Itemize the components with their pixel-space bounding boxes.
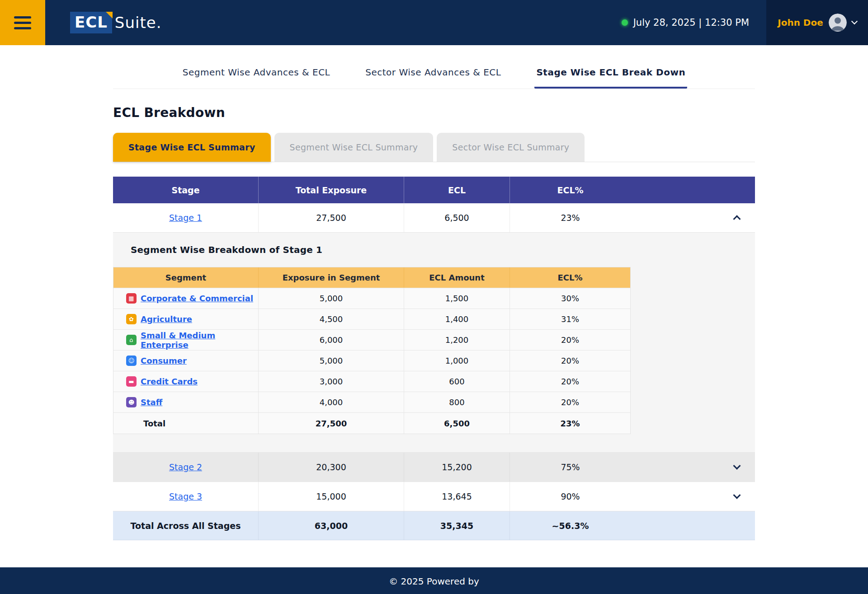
tab-segment-wise-advances[interactable]: Segment Wise Advances & ECL (181, 67, 332, 89)
stage-table-header: Stage Total Exposure ECL ECL% (113, 177, 755, 203)
stage-2-exposure: 20,300 (259, 453, 404, 482)
segment-ecl: 600 (404, 371, 510, 392)
segment-link-sme[interactable]: Small & Medium Enterprise (141, 331, 258, 350)
stage-2-ecl: 15,200 (404, 453, 510, 482)
segment-exposure: 5,000 (259, 351, 404, 371)
table-row-stage-3: Stage 3 15,000 13,645 90% (113, 482, 755, 511)
segment-link-consumer[interactable]: Consumer (141, 356, 187, 365)
col-header-ecl-amount: ECL Amount (404, 267, 510, 288)
top-header: ECL Suite. July 28, 2025 | 12:30 PM John… (0, 0, 868, 45)
segment-link-corporate-commercial[interactable]: Corporate & Commercial (141, 294, 253, 303)
tab-stage-wise-ecl-breakdown[interactable]: Stage Wise ECL Break Down (534, 67, 687, 89)
logo-ecl-badge: ECL (70, 12, 112, 33)
stage-1-exposure: 27,500 (259, 203, 404, 232)
stage-ecl-table: Stage Total Exposure ECL ECL% Stage 1 27… (113, 177, 755, 540)
stage-2-link[interactable]: Stage 2 (169, 462, 202, 472)
col-header-segment-ecl-pct: ECL% (510, 267, 630, 288)
segment-total-ecl: 6,500 (404, 413, 510, 434)
col-header-total-exposure: Total Exposure (259, 177, 404, 203)
sub-tab-bar: Stage Wise ECL Summary Segment Wise ECL … (113, 133, 755, 162)
user-menu[interactable]: John Doe (766, 0, 868, 45)
segment-exposure: 6,000 (259, 330, 404, 350)
segment-ecl-pct: 20% (510, 392, 630, 412)
stage-3-expand-chevron-down-icon[interactable] (733, 491, 741, 499)
stage-3-ecl-pct: 90% (510, 482, 631, 511)
col-header-stage: Stage (113, 177, 259, 203)
subtab-segment-wise-summary[interactable]: Segment Wise ECL Summary (274, 133, 434, 162)
staff-icon: ☻ (126, 397, 137, 407)
table-row-stage-2: Stage 2 20,300 15,200 75% (113, 453, 755, 482)
segment-ecl: 1,000 (404, 351, 510, 371)
segment-row-staff: ☻ Staff 4,000 800 20% (113, 392, 630, 412)
subtab-stage-wise-summary[interactable]: Stage Wise ECL Summary (113, 133, 271, 162)
grand-total-label: Total Across All Stages (113, 511, 259, 540)
plant-icon: ✿ (126, 314, 137, 324)
segment-ecl-pct: 30% (510, 288, 630, 309)
stage-2-ecl-pct: 75% (510, 453, 631, 482)
grand-total-ecl: 35,345 (404, 511, 510, 540)
header-spacer (161, 0, 621, 45)
page-footer: © 2025 Powered by (0, 567, 868, 594)
table-row-stage-1: Stage 1 27,500 6,500 23% (113, 203, 755, 233)
stage-2-expand-chevron-down-icon[interactable] (733, 462, 741, 470)
segment-total-exposure: 27,500 (259, 413, 404, 434)
app-root: ECL Suite. July 28, 2025 | 12:30 PM John… (0, 0, 868, 594)
segment-ecl: 1,400 (404, 309, 510, 329)
page-title: ECL Breakdown (113, 105, 755, 120)
avatar (829, 14, 847, 32)
segment-exposure: 4,500 (259, 309, 404, 329)
subtab-sector-wise-summary[interactable]: Sector Wise ECL Summary (437, 133, 585, 162)
main-tab-bar: Segment Wise Advances & ECL Sector Wise … (113, 45, 755, 89)
user-name: John Doe (778, 17, 823, 28)
hamburger-menu-button[interactable] (0, 0, 45, 45)
segment-ecl: 800 (404, 392, 510, 412)
footer-text: © 2025 Powered by (389, 576, 479, 587)
segment-ecl-pct: 20% (510, 371, 630, 392)
segment-link-credit-cards[interactable]: Credit Cards (141, 377, 198, 386)
breakdown-title: Segment Wise Breakdown of Stage 1 (113, 244, 755, 255)
datetime-text: July 28, 2025 | 12:30 PM (633, 17, 749, 28)
stage-1-link[interactable]: Stage 1 (169, 213, 202, 223)
segment-table-header: Segment Exposure in Segment ECL Amount E… (113, 267, 630, 288)
building-icon: ▦ (126, 293, 137, 304)
segment-ecl: 1,200 (404, 330, 510, 350)
logo-suite-text: Suite. (115, 14, 162, 32)
hamburger-icon (14, 16, 31, 19)
grand-total-ecl-pct: ~56.3% (510, 511, 631, 540)
segment-ecl-pct: 20% (510, 351, 630, 371)
segment-breakdown-table: Segment Exposure in Segment ECL Amount E… (113, 267, 631, 434)
segment-row-sme: ⌂ Small & Medium Enterprise 6,000 1,200 … (113, 329, 630, 350)
col-header-expand (631, 177, 755, 203)
shop-icon: ⌂ (126, 335, 137, 345)
main-area: Segment Wise Advances & ECL Sector Wise … (0, 45, 868, 567)
col-header-ecl: ECL (404, 177, 510, 203)
stage-3-link[interactable]: Stage 3 (169, 491, 202, 501)
segment-row-credit-cards: ▬ Credit Cards 3,000 600 20% (113, 371, 630, 392)
stage-3-exposure: 15,000 (259, 482, 404, 511)
segment-total-label: Total (113, 413, 259, 434)
grand-total-exposure: 63,000 (259, 511, 404, 540)
datetime-display: July 28, 2025 | 12:30 PM (622, 0, 749, 45)
segment-link-staff[interactable]: Staff (141, 398, 162, 407)
segment-ecl-pct: 31% (510, 309, 630, 329)
stage-3-ecl: 13,645 (404, 482, 510, 511)
segment-link-agriculture[interactable]: Agriculture (141, 314, 192, 324)
app-logo: ECL Suite. (70, 0, 161, 45)
tab-sector-wise-advances[interactable]: Sector Wise Advances & ECL (363, 67, 503, 89)
stage-1-ecl-pct: 23% (510, 203, 631, 232)
segment-total-row: Total 27,500 6,500 23% (113, 412, 630, 434)
segment-ecl-pct: 20% (510, 330, 630, 350)
stage-1-collapse-chevron-up-icon[interactable] (733, 215, 741, 223)
online-status-dot (622, 19, 628, 26)
stage-1-ecl: 6,500 (404, 203, 510, 232)
chevron-down-icon (851, 18, 858, 24)
col-header-segment: Segment (113, 267, 259, 288)
consumer-icon: ☺ (126, 355, 137, 366)
col-header-exposure-in-segment: Exposure in Segment (259, 267, 404, 288)
col-header-ecl-pct: ECL% (510, 177, 631, 203)
segment-exposure: 3,000 (259, 371, 404, 392)
segment-total-ecl-pct: 23% (510, 413, 630, 434)
segment-row-corporate-commercial: ▦ Corporate & Commercial 5,000 1,500 30% (113, 288, 630, 309)
segment-exposure: 4,000 (259, 392, 404, 412)
table-row-grand-total: Total Across All Stages 63,000 35,345 ~5… (113, 511, 755, 540)
